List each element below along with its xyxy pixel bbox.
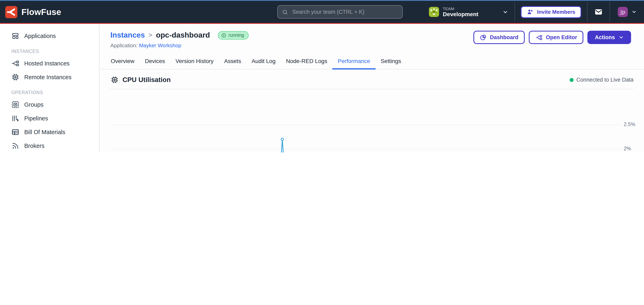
- actions-chevron-down-icon: [618, 35, 624, 40]
- topbar-divider: [610, 1, 610, 22]
- sidebar-section: INSTANCESHosted InstancesRemote Instance…: [0, 49, 99, 84]
- tab-overview[interactable]: Overview: [106, 54, 140, 69]
- invite-members-label: Invite Members: [537, 9, 575, 15]
- team-label: TEAM:: [443, 6, 478, 11]
- cpu-utilisation-chart: [110, 97, 621, 152]
- breadcrumb-instances-link[interactable]: Instances: [110, 31, 145, 39]
- sidebar-section-header: OPERATIONS: [0, 90, 99, 95]
- mail-icon[interactable]: [594, 8, 603, 16]
- search-icon: [282, 9, 288, 15]
- sidebar: ApplicationsINSTANCESHosted InstancesRem…: [0, 24, 100, 152]
- live-dot-icon: [570, 78, 574, 82]
- pie-chart-icon: [480, 34, 486, 41]
- topbar-divider: [587, 1, 588, 22]
- groups-icon: [11, 101, 20, 109]
- sidebar-item-groups[interactable]: Groups: [0, 98, 99, 111]
- status-badge: running: [218, 31, 249, 39]
- team-avatar: [429, 7, 439, 17]
- tab-assets[interactable]: Assets: [219, 54, 246, 69]
- topbar-right-cluster: TEAM: Development Invite Members jp: [429, 1, 644, 22]
- flowfuse-logo-icon: [5, 6, 18, 18]
- search-input[interactable]: [292, 8, 398, 15]
- tab-node-red-logs[interactable]: Node-RED Logs: [281, 54, 332, 69]
- tab-version-history[interactable]: Version History: [170, 54, 219, 69]
- live-status-label: Connected to Live Data: [576, 77, 634, 83]
- topbar-divider: [515, 1, 515, 22]
- dashboard-button[interactable]: Dashboard: [473, 31, 525, 44]
- open-editor-button-label: Open Editor: [546, 34, 577, 40]
- page-title: opc-dashboard: [156, 31, 210, 39]
- actions-button-label: Actions: [595, 34, 615, 40]
- user-avatar[interactable]: jp: [618, 7, 628, 17]
- y-tick-label: 2%: [624, 146, 631, 151]
- application-label: Application:: [110, 42, 138, 48]
- sidebar-item-pipelines[interactable]: Pipelines: [0, 111, 99, 125]
- sidebar-item-label: Pipelines: [24, 115, 48, 122]
- sidebar-section-header: INSTANCES: [0, 49, 99, 54]
- tab-audit-log[interactable]: Audit Log: [246, 54, 281, 69]
- node-red-fork-icon: [535, 34, 542, 41]
- top-navbar: FlowFuse TEAM: Development: [0, 0, 644, 24]
- sidebar-item-label: Brokers: [24, 143, 44, 149]
- sidebar-item-label: Remote Instances: [24, 74, 72, 80]
- data-point[interactable]: [281, 138, 284, 141]
- team-name: Development: [443, 11, 478, 17]
- brokers-icon: [11, 142, 20, 150]
- sidebar-item-label: Groups: [24, 101, 44, 108]
- sidebar-item-label: Applications: [24, 33, 56, 39]
- live-data-status: Connected to Live Data: [570, 77, 634, 83]
- actions-button[interactable]: Actions: [588, 31, 631, 44]
- panel-header: CPU Utilisation Connected to Live Data: [110, 75, 634, 89]
- flowfuse-app: FlowFuse TEAM: Development: [0, 0, 644, 152]
- hosted-instances-icon: [11, 59, 20, 67]
- panel-title: CPU Utilisation: [110, 75, 170, 84]
- dashboard-button-label: Dashboard: [490, 34, 518, 40]
- tab-devices[interactable]: Devices: [140, 54, 170, 69]
- sidebar-item-brokers[interactable]: Brokers: [0, 139, 99, 152]
- play-circle-icon: [221, 32, 226, 38]
- instance-tabs: OverviewDevicesVersion HistoryAssetsAudi…: [100, 54, 644, 69]
- brand[interactable]: FlowFuse: [0, 6, 61, 18]
- sidebar-item-bill-of-materials[interactable]: Bill Of Materials: [0, 125, 99, 139]
- status-badge-label: running: [228, 33, 244, 37]
- application-link[interactable]: Mayker Workshop: [139, 42, 181, 48]
- cpu-chip-icon: [110, 75, 119, 84]
- brand-name: FlowFuse: [22, 7, 61, 17]
- sidebar-item-applications[interactable]: Applications: [0, 29, 99, 43]
- sidebar-item-remote-instances[interactable]: Remote Instances: [0, 70, 99, 84]
- pipelines-icon: [11, 114, 20, 122]
- user-plus-icon: [527, 8, 534, 15]
- main-content: Instances > opc-dashboard running Applic…: [100, 24, 644, 152]
- page-header: Instances > opc-dashboard running Applic…: [100, 24, 644, 48]
- header-actions: Dashboard Open Editor Actions: [473, 31, 631, 44]
- tab-performance[interactable]: Performance: [332, 54, 375, 69]
- sidebar-section: OPERATIONSGroupsPipelinesBill Of Materia…: [0, 90, 99, 152]
- sidebar-section: Applications: [0, 29, 99, 43]
- open-editor-button[interactable]: Open Editor: [529, 31, 584, 44]
- team-selector[interactable]: TEAM: Development: [429, 6, 478, 17]
- team-chevron-down-icon[interactable]: [503, 9, 508, 15]
- sidebar-item-label: Bill Of Materials: [24, 129, 65, 135]
- applications-icon: [11, 32, 20, 40]
- user-menu-chevron-down-icon[interactable]: [632, 9, 637, 14]
- invite-members-button[interactable]: Invite Members: [521, 6, 581, 18]
- panel-title-label: CPU Utilisation: [122, 76, 170, 84]
- breadcrumb-separator: >: [148, 31, 152, 39]
- sidebar-item-label: Hosted Instances: [24, 60, 70, 67]
- y-tick-label: 2.5%: [624, 122, 635, 127]
- team-search[interactable]: [277, 5, 403, 18]
- sidebar-item-hosted-instances[interactable]: Hosted Instances: [0, 56, 99, 70]
- bill-of-materials-icon: [11, 128, 20, 136]
- remote-instances-icon: [11, 73, 20, 81]
- tab-settings[interactable]: Settings: [375, 54, 406, 69]
